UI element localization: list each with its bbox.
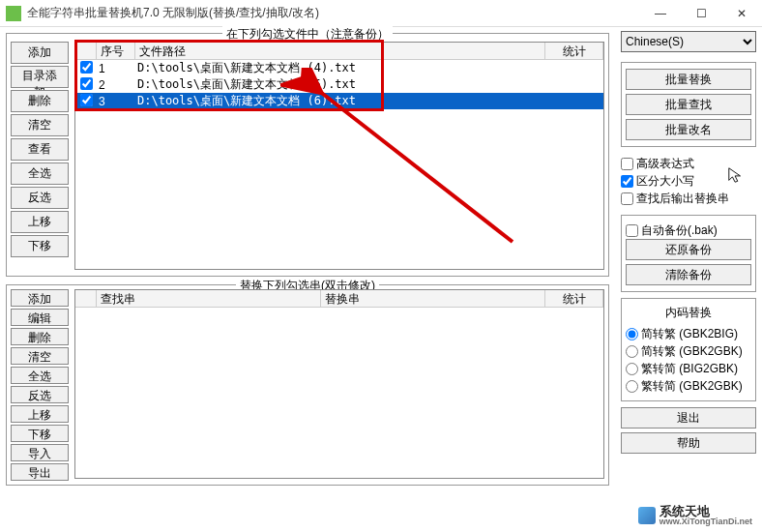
file-btn-8[interactable]: 下移	[11, 235, 69, 257]
col-stat[interactable]: 统计	[545, 43, 603, 59]
batch-find-button[interactable]: 批量查找	[626, 94, 751, 115]
file-btn-3[interactable]: 清空	[11, 114, 69, 136]
help-button[interactable]: 帮助	[621, 432, 756, 454]
case-sensitive-checkbox[interactable]: 区分大小写	[621, 172, 756, 190]
advanced-expr-checkbox[interactable]: 高级表达式	[621, 155, 756, 172]
col-checkbox[interactable]	[75, 43, 97, 59]
file-row[interactable]: 2D:\tools\桌面\新建文本文档 (5).txt	[75, 76, 603, 93]
col-find[interactable]: 查找串	[97, 290, 321, 307]
window-title: 全能字符串批量替换机7.0 无限制版(替换/查找/抽取/改名)	[27, 5, 640, 21]
col-path[interactable]: 文件路径	[135, 43, 545, 59]
batch-group: 批量替换 批量查找 批量改名	[621, 62, 756, 147]
encoding-option[interactable]: 简转繁 (GBK2GBK)	[626, 342, 751, 360]
output-after-find-checkbox[interactable]: 查找后输出替换串	[621, 190, 756, 207]
row-path: D:\tools\桌面\新建文本文档 (6).txt	[135, 93, 545, 109]
replace-btn-7[interactable]: 下移	[11, 425, 69, 442]
row-path: D:\tools\桌面\新建文本文档 (5).txt	[135, 76, 545, 93]
replace-btn-6[interactable]: 上移	[11, 405, 69, 423]
restore-backup-button[interactable]: 还原备份	[626, 239, 751, 260]
backup-group: 自动备份(.bak) 还原备份 清除备份	[621, 215, 756, 292]
replace-list[interactable]: 查找串 替换串 统计	[74, 289, 604, 479]
file-list-body[interactable]: 1D:\tools\桌面\新建文本文档 (4).txt2D:\tools\桌面\…	[75, 60, 603, 109]
file-group-label: 在下列勾选文件中（注意备份）	[222, 26, 393, 43]
watermark-icon	[638, 507, 656, 524]
minimize-button[interactable]: —	[640, 0, 681, 27]
row-checkbox[interactable]	[80, 94, 93, 106]
encoding-group: 内码替换 简转繁 (GBK2BIG) 简转繁 (GBK2GBK) 繁转简 (BI…	[621, 298, 756, 401]
clear-backup-button[interactable]: 清除备份	[626, 264, 751, 285]
exit-button[interactable]: 退出	[621, 407, 756, 429]
replace-list-header: 查找串 替换串 统计	[75, 290, 603, 308]
row-path: D:\tools\桌面\新建文本文档 (4).txt	[135, 60, 545, 76]
replace-btn-5[interactable]: 反选	[11, 386, 69, 403]
title-bar: 全能字符串批量替换机7.0 无限制版(替换/查找/抽取/改名) — ☐ ✕	[0, 0, 762, 27]
batch-replace-button[interactable]: 批量替换	[626, 69, 751, 90]
replace-btn-9[interactable]: 导出	[11, 463, 69, 481]
encoding-option[interactable]: 简转繁 (GBK2BIG)	[626, 325, 751, 342]
file-row[interactable]: 1D:\tools\桌面\新建文本文档 (4).txt	[75, 60, 603, 76]
row-checkbox[interactable]	[80, 61, 93, 74]
encoding-option[interactable]: 繁转简 (GBK2GBK)	[626, 377, 751, 395]
encoding-title: 内码替换	[626, 305, 751, 321]
auto-backup-checkbox[interactable]: 自动备份(.bak)	[626, 222, 751, 239]
row-checkbox[interactable]	[80, 77, 93, 90]
maximize-button[interactable]: ☐	[681, 0, 721, 27]
col-replace[interactable]: 替换串	[321, 290, 545, 307]
file-btn-5[interactable]: 全选	[11, 163, 69, 185]
col-seq[interactable]: 序号	[97, 43, 135, 59]
options-group: 高级表达式 区分大小写 查找后输出替换串	[621, 153, 756, 209]
file-btn-0[interactable]: 添加	[11, 42, 69, 64]
file-list-header: 序号 文件路径 统计	[75, 43, 603, 60]
file-btn-6[interactable]: 反选	[11, 187, 69, 209]
app-icon	[6, 6, 21, 21]
replace-side-buttons: 添加编辑删除清空全选反选上移下移导入导出	[11, 289, 69, 481]
file-list[interactable]: 序号 文件路径 统计 1D:\tools\桌面\新建文本文档 (4).txt2D…	[74, 42, 604, 270]
file-btn-7[interactable]: 上移	[11, 211, 69, 233]
language-select[interactable]: Chinese(S)	[621, 31, 756, 52]
col-checkbox[interactable]	[75, 290, 97, 307]
file-group: 在下列勾选文件中（注意备份） 添加目录添加删除清空查看全选反选上移下移 序号 文…	[6, 33, 609, 277]
replace-group: 替换下列勾选串(双击修改) 添加编辑删除清空全选反选上移下移导入导出 查找串 替…	[6, 284, 609, 486]
replace-btn-0[interactable]: 添加	[11, 289, 69, 307]
replace-btn-2[interactable]: 删除	[11, 328, 69, 345]
watermark: 系统天地 www.XiTongTianDi.net	[638, 505, 752, 526]
file-btn-1[interactable]: 目录添加	[11, 66, 69, 88]
row-seq: 2	[97, 78, 135, 92]
file-side-buttons: 添加目录添加删除清空查看全选反选上移下移	[11, 42, 69, 257]
batch-rename-button[interactable]: 批量改名	[626, 119, 751, 140]
row-seq: 3	[97, 95, 135, 108]
right-panel: Chinese(S) 批量替换 批量查找 批量改名 高级表达式 区分大小写 查找…	[621, 31, 756, 454]
replace-btn-1[interactable]: 编辑	[11, 309, 69, 326]
close-button[interactable]: ✕	[721, 0, 762, 27]
replace-btn-3[interactable]: 清空	[11, 347, 69, 365]
file-row[interactable]: 3D:\tools\桌面\新建文本文档 (6).txt	[75, 93, 603, 109]
file-btn-2[interactable]: 删除	[11, 90, 69, 112]
encoding-option[interactable]: 繁转简 (BIG2GBK)	[626, 360, 751, 377]
replace-btn-8[interactable]: 导入	[11, 444, 69, 461]
col-stat[interactable]: 统计	[545, 290, 603, 307]
replace-btn-4[interactable]: 全选	[11, 367, 69, 384]
watermark-url: www.XiTongTianDi.net	[659, 517, 752, 526]
window-controls: — ☐ ✕	[640, 0, 762, 26]
file-btn-4[interactable]: 查看	[11, 138, 69, 161]
row-seq: 1	[97, 62, 135, 75]
